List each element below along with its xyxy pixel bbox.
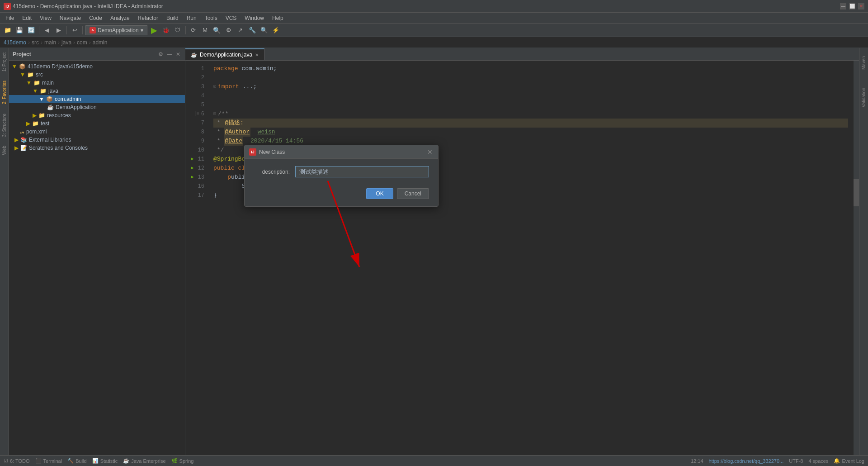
sync-btn[interactable]: ⟳ (189, 25, 198, 35)
breadcrumb-com[interactable]: com (77, 39, 87, 46)
menu-navigate[interactable]: Navigate (56, 14, 85, 22)
maven-btn[interactable]: M (200, 25, 210, 35)
menu-window[interactable]: Window (241, 14, 268, 22)
minimize-button[interactable]: — (840, 3, 846, 10)
tree-root[interactable]: ▼ 📦 415demo D:\java\415demo (9, 62, 185, 71)
run-button[interactable]: ▶ (149, 25, 159, 35)
statistic-item[interactable]: 📊 Statistic (92, 458, 118, 464)
editor-area: ☕ DemoApplication.java ✕ 1 2 3 4 5 |≡ 6 … (185, 48, 859, 455)
menu-refactor[interactable]: Refactor (134, 14, 162, 22)
run-gutter-13[interactable]: ▶ (189, 173, 196, 182)
find-btn[interactable]: 🔍 (259, 25, 269, 35)
hide-panel-btn[interactable]: ✕ (175, 50, 181, 58)
menu-tools[interactable]: Tools (201, 14, 221, 22)
spring-icon: 🌿 (171, 458, 178, 464)
tree-test[interactable]: ▶ 📁 test (9, 119, 185, 128)
menu-analyze[interactable]: Analyze (107, 14, 133, 22)
separator-4 (185, 26, 186, 34)
menu-edit[interactable]: Edit (19, 14, 35, 22)
terminal-item[interactable]: ⬛ Terminal (35, 458, 62, 464)
tree-scratches[interactable]: ▶ 📝 Scratches and Consoles (9, 144, 185, 152)
res-label: resources (47, 112, 71, 119)
test-arrow: ▶ (26, 120, 30, 127)
gear-settings-btn[interactable]: ⚙ (157, 50, 164, 58)
tree-pom[interactable]: 𝓂 pom.xml (9, 128, 185, 136)
sep5: › (89, 39, 91, 46)
description-input[interactable] (295, 166, 429, 177)
tab-favorites[interactable]: 2: Favorites (0, 76, 8, 109)
menu-run[interactable]: Run (183, 14, 200, 22)
debug-btn[interactable]: 🐞 (161, 25, 171, 35)
run-gutter-11[interactable]: ▶ (189, 155, 196, 164)
config-icon: A (90, 27, 96, 33)
dropdown-arrow: ▾ (141, 27, 143, 33)
java-enterprise-item[interactable]: ☕ Java Enterprise (123, 458, 165, 464)
spring-item[interactable]: 🌿 Spring (171, 458, 194, 464)
scroll-thumb[interactable] (854, 179, 859, 206)
tab-maven[interactable]: Maven (860, 52, 868, 74)
maximize-button[interactable]: ⬜ (849, 3, 855, 10)
menu-file[interactable]: File (2, 14, 18, 22)
menu-vcs[interactable]: VCS (222, 14, 241, 22)
tree-external[interactable]: ▶ 📚 External Libraries (9, 136, 185, 144)
back-btn[interactable]: ◀ (42, 25, 52, 35)
breadcrumb-project[interactable]: 415demo (4, 39, 26, 46)
tab-web[interactable]: Web (0, 141, 8, 159)
ok-button[interactable]: OK (366, 188, 393, 199)
tab-demo-application[interactable]: ☕ DemoApplication.java ✕ (185, 48, 264, 60)
menu-help[interactable]: Help (269, 14, 287, 22)
new-project-btn[interactable]: 📁 (3, 25, 13, 35)
line-sep-label[interactable]: 4 spaces (808, 458, 828, 464)
menu-code[interactable]: Code (85, 14, 106, 22)
settings-btn[interactable]: ⚙ (224, 25, 234, 35)
wrench-btn[interactable]: 🔧 (247, 25, 257, 35)
refresh-btn[interactable]: 🔄 (26, 25, 36, 35)
sep3: › (58, 39, 60, 46)
collapse-btn[interactable]: — (166, 50, 173, 58)
git-url[interactable]: https://blog.csdn.net/qq_332270... (709, 458, 784, 464)
menu-build[interactable]: Build (163, 14, 182, 22)
root-label: 415demo D:\java\415demo (28, 63, 93, 70)
tab-close-btn[interactable]: ✕ (255, 52, 259, 57)
event-log-item[interactable]: 🔔 Event Log (834, 458, 864, 464)
tree-java[interactable]: ▼ 📁 java (9, 87, 185, 95)
panel-actions: ⚙ — ✕ (157, 50, 181, 58)
undo-btn[interactable]: ↩ (70, 25, 80, 35)
build-item[interactable]: 🔨 Build (67, 458, 86, 464)
run-config-dropdown[interactable]: A DemoApplication ▾ (85, 25, 147, 35)
todo-item[interactable]: ☑ 6: TODO (4, 458, 30, 464)
project-tree: ▼ 📦 415demo D:\java\415demo ▼ 📁 src ▼ 📁 … (9, 61, 185, 455)
power-btn[interactable]: ⚡ (271, 25, 281, 35)
tree-resources[interactable]: ▶ 📁 resources (9, 111, 185, 119)
tree-main[interactable]: ▼ 📁 main (9, 79, 185, 87)
tree-demo-app[interactable]: ☕ DemoApplication (9, 103, 185, 111)
encoding-label[interactable]: UTF-8 (789, 458, 803, 464)
breadcrumb: 415demo › src › main › java › com › admi… (0, 37, 868, 48)
tab-icon: ☕ (191, 52, 197, 58)
tab-structure[interactable]: 3: Structure (0, 109, 8, 142)
project-panel: Project ⚙ — ✕ ▼ 📦 415demo D:\java\415dem… (9, 48, 185, 455)
search-everywhere-btn[interactable]: 🔍 (212, 25, 222, 35)
code-content[interactable]: package com.admin; ⊡ import ...; ⊟ /** *… (208, 61, 854, 455)
event-log-label: Event Log (842, 458, 864, 464)
tree-src[interactable]: ▼ 📁 src (9, 71, 185, 79)
close-button[interactable]: ✕ (858, 3, 864, 10)
root-folder-icon: ▼ (12, 63, 17, 70)
run-gutter-12[interactable]: ▶ (189, 164, 196, 173)
dialog-close-button[interactable]: ✕ (425, 148, 434, 156)
tab-project[interactable]: 1: Project (0, 48, 8, 76)
sep1: › (28, 39, 30, 46)
breadcrumb-java[interactable]: java (61, 39, 71, 46)
coverage-btn[interactable]: 🛡 (173, 25, 183, 35)
breadcrumb-admin[interactable]: admin (93, 39, 108, 46)
breadcrumb-src[interactable]: src (32, 39, 39, 46)
breadcrumb-main[interactable]: main (44, 39, 56, 46)
cancel-button[interactable]: Cancel (397, 188, 429, 199)
context-btn[interactable]: ↗ (236, 25, 245, 35)
save-btn[interactable]: 💾 (14, 25, 24, 35)
tree-com-admin[interactable]: ▼ 📦 com.admin (9, 95, 185, 103)
forward-btn[interactable]: ▶ (54, 25, 64, 35)
dialog-title-text: New Class (259, 149, 285, 155)
menu-view[interactable]: View (36, 14, 55, 22)
tab-validation[interactable]: Validation (860, 83, 868, 112)
